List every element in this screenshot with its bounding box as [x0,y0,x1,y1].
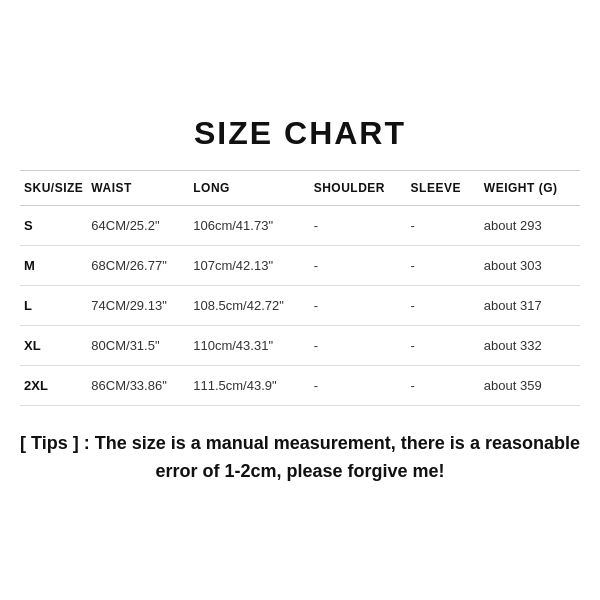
table-cell-4-1: 86CM/33.86" [87,365,189,405]
table-header-row: SKU/SIZE WAIST LONG SHOULDER SLEEVE WEIG… [20,170,580,205]
table-cell-3-0: XL [20,325,87,365]
col-header-waist: WAIST [87,170,189,205]
size-table: SKU/SIZE WAIST LONG SHOULDER SLEEVE WEIG… [20,170,580,406]
size-chart-container: SIZE CHART SKU/SIZE WAIST LONG SHOULDER … [10,105,590,496]
table-cell-2-0: L [20,285,87,325]
table-cell-0-3: - [310,205,407,245]
col-header-weight: WEIGHT (G) [478,170,580,205]
table-cell-4-4: - [407,365,478,405]
table-cell-2-5: about 317 [478,285,580,325]
table-cell-1-3: - [310,245,407,285]
table-cell-0-2: 106cm/41.73" [189,205,309,245]
table-cell-3-4: - [407,325,478,365]
col-header-long: LONG [189,170,309,205]
col-header-shoulder: SHOULDER [310,170,407,205]
page-title: SIZE CHART [20,115,580,152]
table-row: L74CM/29.13"108.5cm/42.72"--about 317 [20,285,580,325]
col-header-sleeve: SLEEVE [407,170,478,205]
col-header-size: SKU/SIZE [20,170,87,205]
table-cell-2-3: - [310,285,407,325]
table-cell-3-2: 110cm/43.31" [189,325,309,365]
table-cell-4-5: about 359 [478,365,580,405]
table-cell-2-2: 108.5cm/42.72" [189,285,309,325]
table-cell-0-0: S [20,205,87,245]
tips-text: [ Tips ] : The size is a manual measurem… [20,430,580,486]
table-cell-1-1: 68CM/26.77" [87,245,189,285]
table-cell-4-3: - [310,365,407,405]
table-cell-0-1: 64CM/25.2" [87,205,189,245]
table-cell-4-0: 2XL [20,365,87,405]
table-cell-1-0: M [20,245,87,285]
table-cell-0-4: - [407,205,478,245]
table-cell-4-2: 111.5cm/43.9" [189,365,309,405]
table-cell-2-1: 74CM/29.13" [87,285,189,325]
table-cell-3-5: about 332 [478,325,580,365]
table-cell-0-5: about 293 [478,205,580,245]
table-row: 2XL86CM/33.86"111.5cm/43.9"--about 359 [20,365,580,405]
table-cell-3-3: - [310,325,407,365]
table-cell-1-5: about 303 [478,245,580,285]
table-row: XL80CM/31.5"110cm/43.31"--about 332 [20,325,580,365]
table-cell-3-1: 80CM/31.5" [87,325,189,365]
table-cell-1-4: - [407,245,478,285]
table-row: M68CM/26.77"107cm/42.13"--about 303 [20,245,580,285]
table-cell-2-4: - [407,285,478,325]
table-cell-1-2: 107cm/42.13" [189,245,309,285]
table-row: S64CM/25.2"106cm/41.73"--about 293 [20,205,580,245]
